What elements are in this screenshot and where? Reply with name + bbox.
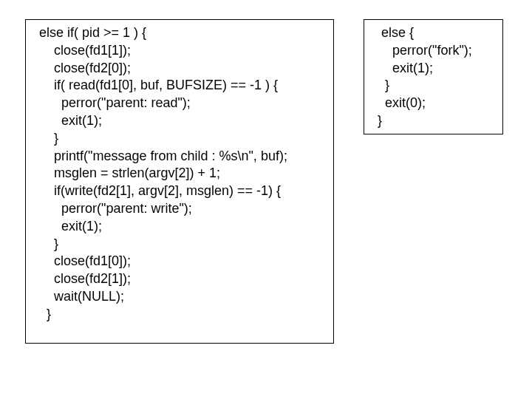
- code-line: }: [370, 77, 497, 95]
- code-line: }: [32, 236, 327, 253]
- code-line: msglen = strlen(argv[2]) + 1;: [32, 165, 327, 183]
- code-line: perror("fork");: [370, 42, 497, 60]
- code-line: exit(1);: [32, 218, 327, 236]
- code-line: if( read(fd1[0], buf, BUFSIZE) == -1 ) {: [32, 77, 327, 95]
- code-line: }: [32, 306, 327, 324]
- code-line: close(fd2[0]);: [32, 60, 327, 78]
- code-box-left: else if( pid >= 1 ) { close(fd1[1]); clo…: [25, 19, 334, 344]
- code-line: perror("parent: read");: [32, 95, 327, 112]
- code-line: exit(0);: [370, 95, 497, 112]
- code-line: }: [370, 112, 497, 130]
- code-line: exit(1);: [32, 112, 327, 130]
- code-line: printf("message from child : %s\n", buf)…: [32, 148, 327, 166]
- slide: else if( pid >= 1 ) { close(fd1[1]); clo…: [0, 0, 532, 399]
- code-line: close(fd1[1]);: [32, 42, 327, 60]
- code-line: close(fd2[1]);: [32, 270, 327, 288]
- code-line: if(write(fd2[1], argv[2], msglen) == -1)…: [32, 183, 327, 200]
- code-line: else {: [370, 24, 497, 42]
- code-box-right: else { perror("fork"); exit(1); } exit(0…: [364, 19, 503, 134]
- code-line: perror("parent: write");: [32, 200, 327, 218]
- code-line: wait(NULL);: [32, 288, 327, 306]
- code-line: close(fd1[0]);: [32, 253, 327, 270]
- code-line: exit(1);: [370, 60, 497, 78]
- code-line: }: [32, 130, 327, 148]
- code-line: else if( pid >= 1 ) {: [32, 24, 327, 42]
